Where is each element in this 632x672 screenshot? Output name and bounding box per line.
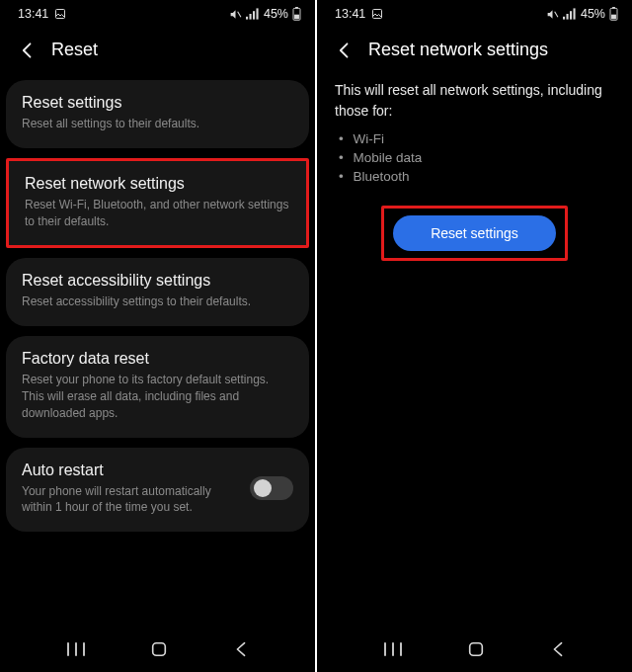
card-reset-settings[interactable]: Reset settings Reset all settings to the… bbox=[6, 80, 309, 148]
svg-rect-5 bbox=[256, 8, 258, 19]
battery-icon bbox=[609, 7, 618, 21]
svg-rect-13 bbox=[373, 10, 382, 19]
mute-icon bbox=[546, 8, 559, 21]
card-title: Reset settings bbox=[22, 94, 293, 112]
status-bar: 13:41 45% bbox=[0, 0, 315, 28]
picture-icon bbox=[371, 8, 383, 20]
signal-icon bbox=[563, 8, 577, 20]
svg-line-1 bbox=[238, 11, 241, 16]
card-auto-restart[interactable]: Auto restart Your phone will restart aut… bbox=[6, 448, 309, 533]
svg-rect-25 bbox=[470, 643, 483, 656]
auto-restart-toggle[interactable] bbox=[250, 476, 293, 500]
card-subtitle: Reset accessibility settings to their de… bbox=[22, 294, 293, 310]
card-title: Factory data reset bbox=[22, 350, 293, 368]
bullet-mobile-data: Mobile data bbox=[351, 150, 614, 165]
svg-rect-4 bbox=[253, 11, 255, 19]
recents-button[interactable] bbox=[66, 641, 86, 657]
card-factory-reset[interactable]: Factory data reset Reset your phone to i… bbox=[6, 336, 309, 437]
home-button[interactable] bbox=[467, 640, 485, 658]
picture-icon bbox=[54, 8, 66, 20]
nav-back-button[interactable] bbox=[233, 640, 249, 658]
card-subtitle: Reset Wi-Fi, Bluetooth, and other networ… bbox=[25, 197, 290, 230]
svg-rect-12 bbox=[153, 643, 166, 656]
nav-back-button[interactable] bbox=[550, 640, 566, 658]
back-icon[interactable] bbox=[335, 41, 355, 60]
card-reset-accessibility[interactable]: Reset accessibility settings Reset acces… bbox=[6, 258, 309, 326]
bullet-wifi: Wi-Fi bbox=[351, 131, 614, 146]
svg-rect-7 bbox=[295, 7, 298, 8]
highlight-box: Reset settings bbox=[381, 206, 568, 261]
home-button[interactable] bbox=[150, 640, 168, 658]
bullet-list: Wi-Fi Mobile data Bluetooth bbox=[317, 131, 632, 204]
svg-rect-21 bbox=[611, 15, 616, 20]
svg-line-14 bbox=[555, 11, 558, 16]
nav-bar bbox=[0, 627, 315, 672]
svg-rect-0 bbox=[56, 10, 65, 19]
card-title: Auto restart bbox=[22, 462, 240, 479]
screen-reset-network: 13:41 45% Reset network settings This wi… bbox=[317, 0, 632, 672]
svg-rect-16 bbox=[566, 14, 568, 20]
svg-rect-20 bbox=[612, 7, 615, 8]
status-time: 13:41 bbox=[335, 7, 365, 21]
card-subtitle: Your phone will restart automatically wi… bbox=[22, 483, 240, 517]
status-bar: 13:41 45% bbox=[317, 0, 632, 28]
status-time: 13:41 bbox=[18, 7, 48, 21]
description-text: This will reset all network settings, in… bbox=[317, 80, 632, 131]
battery-pct: 45% bbox=[264, 7, 288, 21]
card-subtitle: Reset all settings to their defaults. bbox=[22, 116, 293, 132]
svg-rect-3 bbox=[249, 14, 251, 20]
recents-button[interactable] bbox=[383, 641, 403, 657]
card-reset-network[interactable]: Reset network settings Reset Wi-Fi, Blue… bbox=[6, 158, 309, 249]
svg-rect-8 bbox=[294, 15, 299, 20]
back-icon[interactable] bbox=[18, 41, 38, 60]
battery-pct: 45% bbox=[581, 7, 605, 21]
nav-bar bbox=[317, 627, 632, 672]
svg-rect-18 bbox=[573, 8, 575, 19]
svg-rect-15 bbox=[563, 17, 565, 20]
bullet-bluetooth: Bluetooth bbox=[351, 169, 614, 184]
signal-icon bbox=[246, 8, 260, 20]
battery-icon bbox=[292, 7, 301, 21]
svg-rect-2 bbox=[246, 17, 248, 20]
card-title: Reset network settings bbox=[25, 175, 290, 193]
card-subtitle: Reset your phone to its factory default … bbox=[22, 372, 293, 421]
mute-icon bbox=[229, 8, 242, 21]
card-title: Reset accessibility settings bbox=[22, 272, 293, 290]
header: Reset bbox=[0, 28, 315, 80]
svg-rect-17 bbox=[570, 11, 572, 19]
reset-settings-button[interactable]: Reset settings bbox=[393, 215, 556, 251]
page-title: Reset bbox=[51, 40, 98, 60]
screen-reset-menu: 13:41 45% Reset Reset settings Rese bbox=[0, 0, 315, 672]
page-title: Reset network settings bbox=[368, 40, 548, 60]
header: Reset network settings bbox=[317, 28, 632, 80]
